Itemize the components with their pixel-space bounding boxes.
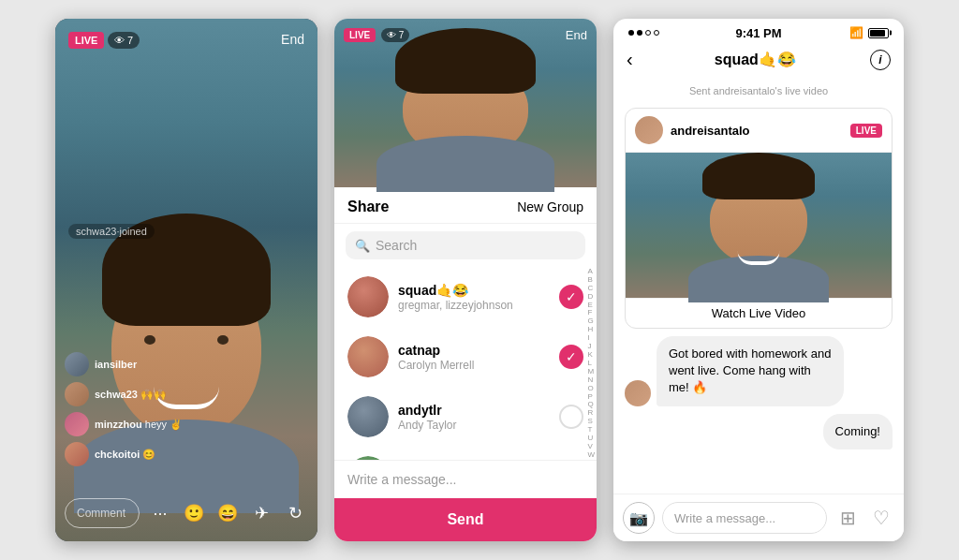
signal-dot-empty — [645, 30, 651, 36]
screens-container: LIVE 👁 7 End schwa23·joined iansilber sc… — [0, 0, 959, 560]
check-circle[interactable]: ✓ — [559, 285, 583, 309]
signal-dots — [628, 30, 659, 36]
chat-nav: ‹ squad🤙😂 i — [613, 43, 904, 78]
contact-name: andytlr — [398, 403, 550, 418]
chat-bubble-right: Coming! — [625, 414, 893, 449]
signal-dot — [628, 30, 634, 36]
screen1-live: LIVE 👁 7 End schwa23·joined iansilber sc… — [55, 19, 317, 541]
live-card-video — [626, 153, 892, 298]
share-title: Share — [347, 199, 389, 215]
contact-item[interactable]: catnap Carolyn Merrell ✓ — [334, 327, 597, 387]
chat-bubble-left: Got bored with homework and went live. C… — [625, 336, 893, 406]
write-message-area[interactable]: Write a message... — [334, 460, 597, 498]
screen2-share: LIVE 👁 7 End Share New Group 🔍 Search sq… — [334, 19, 597, 541]
avatar — [347, 276, 389, 317]
battery-tip — [890, 31, 892, 36]
screen2-live-badge: LIVE — [344, 28, 376, 42]
live-card-username: andreisantalo — [671, 124, 843, 138]
contact-item[interactable]: mari Mari — [334, 447, 597, 460]
send-button[interactable]: Send — [334, 498, 597, 541]
contact-info: catnap Carolyn Merrell — [398, 343, 550, 372]
avatar — [347, 336, 389, 377]
signal-dot — [637, 30, 642, 36]
contact-sub: Carolyn Merrell — [398, 359, 550, 372]
status-time: 9:41 PM — [735, 26, 781, 40]
contacts-list: squad🤙😂 gregmar, lizzeyjohnson ✓ catnap … — [334, 267, 597, 460]
contact-name: squad🤙😂 — [398, 283, 550, 298]
camera-button[interactable]: 📷 — [623, 502, 655, 534]
live-card-avatar — [635, 116, 663, 144]
sender-avatar — [625, 380, 651, 406]
live-background — [55, 19, 317, 541]
share-header: Share New Group — [334, 187, 597, 224]
status-bar: 9:41 PM 📶 — [613, 19, 904, 43]
contact-item[interactable]: squad🤙😂 gregmar, lizzeyjohnson ✓ — [334, 267, 597, 327]
contact-sub: gregmar, lizzeyjohnson — [398, 299, 550, 312]
search-icon: 🔍 — [355, 239, 370, 253]
image-icon[interactable]: ⊞ — [834, 507, 861, 529]
battery-icon — [868, 28, 889, 38]
screen3-chat: 9:41 PM 📶 ‹ squad🤙😂 i Sent andreisantalo… — [613, 19, 904, 541]
alphabet-sidebar: ABCDEFGHIJKLMNOPQRSTUVW — [587, 267, 595, 460]
sent-label: Sent andreisantalo's live video — [625, 85, 893, 96]
heart-icon[interactable]: ♡ — [868, 507, 894, 529]
contact-info: squad🤙😂 gregmar, lizzeyjohnson — [398, 283, 550, 312]
live-card-header: andreisantalo LIVE — [626, 109, 892, 153]
avatar — [347, 456, 389, 460]
signal-dot-empty — [654, 30, 659, 36]
status-right: 📶 — [849, 26, 889, 39]
battery-fill — [870, 30, 885, 37]
avatar — [347, 396, 389, 437]
message-bubble: Coming! — [823, 414, 893, 449]
check-circle[interactable]: ✓ — [559, 345, 583, 369]
contact-name: catnap — [398, 343, 550, 358]
check-circle[interactable] — [559, 405, 583, 429]
message-input[interactable]: Write a message... — [662, 502, 827, 534]
chat-input-bar: 📷 Write a message... ⊞ ♡ — [613, 494, 904, 541]
live-card-badge: LIVE — [850, 124, 882, 138]
contact-sub: Andy Taylor — [398, 419, 550, 432]
back-button[interactable]: ‹ — [627, 49, 633, 70]
info-button[interactable]: i — [870, 50, 891, 70]
search-bar[interactable]: 🔍 Search — [346, 231, 585, 259]
contact-item[interactable]: andytlr Andy Taylor — [334, 387, 597, 447]
contact-info: andytlr Andy Taylor — [398, 403, 550, 432]
search-input-label: Search — [376, 238, 417, 253]
chat-title: squad🤙😂 — [641, 51, 870, 68]
message-bubble: Got bored with homework and went live. C… — [657, 336, 844, 406]
screen2-video: LIVE 👁 7 End — [334, 19, 597, 187]
chat-messages: Sent andreisantalo's live video andreisa… — [613, 78, 904, 494]
screen2-viewers: 👁 7 — [381, 28, 409, 42]
new-group-button[interactable]: New Group — [517, 199, 583, 214]
screen2-end-button[interactable]: End — [566, 28, 587, 42]
live-video-card[interactable]: andreisantalo LIVE Watch Live Video — [625, 108, 893, 329]
wifi-icon: 📶 — [849, 26, 863, 39]
